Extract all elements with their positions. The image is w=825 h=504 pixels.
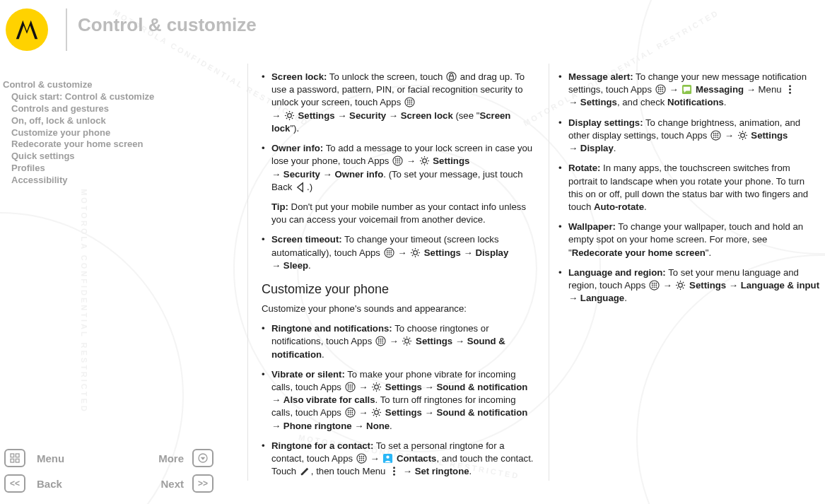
item-screen-lock: Screen lock: To unlock the screen, touch… <box>262 71 537 135</box>
next-button[interactable]: Next <box>112 478 188 490</box>
bottom-nav: Menu More << Back Next >> <box>4 447 216 494</box>
sidebar-item-quick-settings[interactable]: Quick settings <box>3 151 222 163</box>
item-wallpaper: Wallpaper: To change your wallpaper, tou… <box>558 221 821 259</box>
menu-button[interactable]: Menu <box>33 452 108 464</box>
sidebar-item-profiles[interactable]: Profiles <box>3 163 222 175</box>
svg-rect-2 <box>11 459 14 462</box>
svg-rect-1 <box>16 454 19 457</box>
gear-icon <box>675 280 686 291</box>
gear-icon <box>737 130 748 141</box>
lock-icon <box>446 71 457 82</box>
content-column-1: Screen lock: To unlock the screen, touch… <box>262 71 537 486</box>
apps-icon <box>710 130 721 141</box>
sidebar-item-customize-phone[interactable]: Customize your phone <box>3 127 222 139</box>
sidebar-item-controls-gestures[interactable]: Controls and gestures <box>3 103 222 115</box>
item-vibrate-silent: Vibrate or silent: To make your phone vi… <box>262 368 537 433</box>
contacts-icon <box>382 453 393 464</box>
messaging-icon <box>681 84 692 95</box>
gear-icon <box>284 110 295 121</box>
motorola-logo <box>6 8 48 51</box>
sidebar-toc: Control & customize Quick start: Control… <box>3 79 222 187</box>
menu-dots-icon <box>389 466 399 476</box>
apps-icon <box>384 247 394 258</box>
item-ringtone-contact: Ringtone for a contact: To set a persona… <box>262 440 537 479</box>
title-divider <box>66 8 67 51</box>
column-divider-2 <box>549 64 549 481</box>
item-message-alert: Message alert: To change your new messag… <box>558 71 821 110</box>
heading-customize: Customize your phone <box>262 281 537 298</box>
sidebar-item-control-customize[interactable]: Control & customize <box>3 79 222 91</box>
item-screen-timeout: Screen timeout: To change your timeout (… <box>262 233 537 272</box>
svg-rect-0 <box>11 454 14 457</box>
apps-icon <box>345 382 356 392</box>
apps-icon <box>356 453 367 464</box>
column-divider-1 <box>247 64 248 481</box>
item-rotate: Rotate: In many apps, the touchscreen sw… <box>558 162 821 213</box>
item-ringtone-notifications: Ringtone and notifications: To choose ri… <box>262 322 537 361</box>
menu-icon[interactable] <box>4 449 25 467</box>
back-button[interactable]: Back <box>33 478 108 490</box>
link-redecorate[interactable]: Redecorate your home screen <box>572 247 706 258</box>
sidebar-item-accessibility[interactable]: Accessibility <box>3 175 222 187</box>
back-icon <box>296 182 306 192</box>
more-button[interactable]: More <box>112 452 188 464</box>
item-owner-info: Owner info: To add a message to your loc… <box>262 142 537 194</box>
gear-icon <box>371 382 382 392</box>
apps-icon <box>404 97 415 107</box>
gear-icon <box>419 156 430 166</box>
pencil-icon <box>300 466 310 476</box>
next-icon[interactable]: >> <box>192 474 213 493</box>
item-display-settings: Display settings: To change brightness, … <box>558 117 821 156</box>
apps-icon <box>655 84 666 95</box>
label: Screen lock: <box>271 71 327 82</box>
menu-dots-icon <box>785 84 795 95</box>
svg-rect-3 <box>16 459 19 462</box>
gear-icon <box>371 407 382 418</box>
apps-icon <box>649 280 660 291</box>
back-icon[interactable]: << <box>4 474 25 493</box>
sidebar-item-quick-start[interactable]: Quick start: Control & customize <box>3 91 222 103</box>
apps-icon <box>392 156 403 166</box>
apps-icon <box>345 407 356 418</box>
content-column-2: Message alert: To change your new messag… <box>558 71 821 312</box>
lead-customize: Customize your phone's sounds and appear… <box>262 303 537 315</box>
tip-block: Tip: Don't put your mobile number as you… <box>262 201 537 226</box>
gear-icon <box>410 247 421 258</box>
apps-icon <box>375 336 386 346</box>
gear-icon <box>402 336 412 346</box>
sidebar-item-redecorate[interactable]: Redecorate your home screen <box>3 139 222 151</box>
sidebar-item-on-off-lock[interactable]: On, off, lock & unlock <box>3 115 222 127</box>
item-language-region: Language and region: To set your menu la… <box>558 266 821 305</box>
page-title: Control & customize <box>78 14 257 36</box>
more-icon[interactable] <box>192 449 213 467</box>
